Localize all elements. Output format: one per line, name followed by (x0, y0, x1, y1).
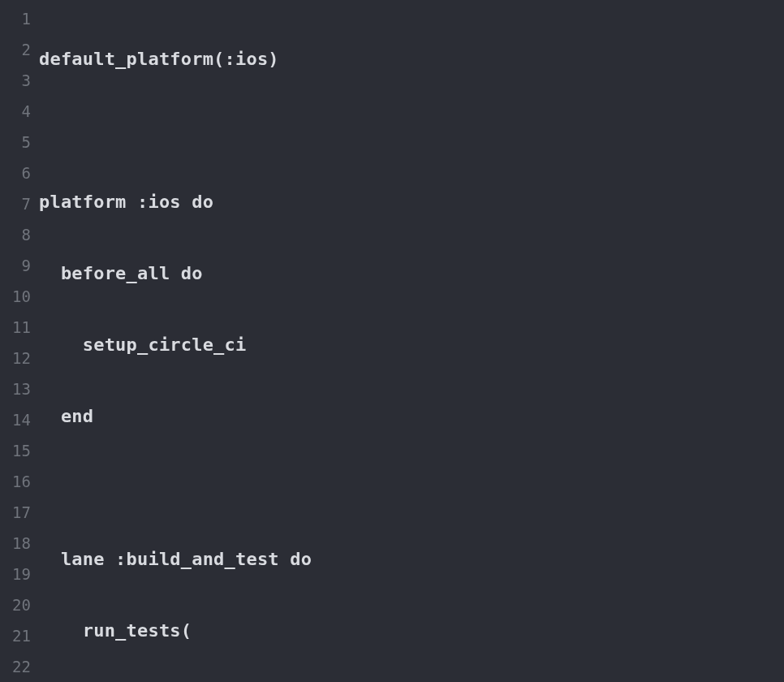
line-number: 2 (0, 34, 31, 65)
line-number: 18 (0, 528, 31, 559)
line-number-gutter: 1 2 3 4 5 6 7 8 9 10 11 12 13 14 15 16 1… (0, 3, 39, 682)
line-number: 11 (0, 312, 31, 343)
line-number: 13 (0, 373, 31, 404)
line-number: 3 (0, 65, 31, 96)
code-line: default_platform(:ios) (39, 44, 784, 75)
line-number: 1 (0, 3, 31, 34)
line-number: 12 (0, 343, 31, 373)
code-line: setup_circle_ci (39, 330, 784, 360)
line-number: 8 (0, 219, 31, 250)
code-block: 1 2 3 4 5 6 7 8 9 10 11 12 13 14 15 16 1… (0, 0, 784, 682)
code-line: run_tests( (39, 615, 784, 646)
line-number: 21 (0, 620, 31, 651)
code-line: platform :ios do (39, 187, 784, 218)
code-line (39, 115, 784, 146)
line-number: 4 (0, 96, 31, 127)
line-number: 14 (0, 404, 31, 435)
line-number: 19 (0, 559, 31, 589)
line-number: 22 (0, 651, 31, 682)
code-line: end (39, 401, 784, 432)
line-number: 5 (0, 127, 31, 158)
line-number: 17 (0, 497, 31, 528)
line-number: 6 (0, 158, 31, 188)
line-number: 20 (0, 589, 31, 620)
line-number: 10 (0, 281, 31, 312)
code-line: lane :build_and_test do (39, 544, 784, 575)
code-line: before_all do (39, 258, 784, 289)
line-number: 16 (0, 466, 31, 497)
code-line (39, 473, 784, 503)
code-content[interactable]: default_platform(:ios) platform :ios do … (39, 3, 784, 682)
line-number: 15 (0, 435, 31, 466)
line-number: 9 (0, 250, 31, 281)
line-number: 7 (0, 188, 31, 219)
